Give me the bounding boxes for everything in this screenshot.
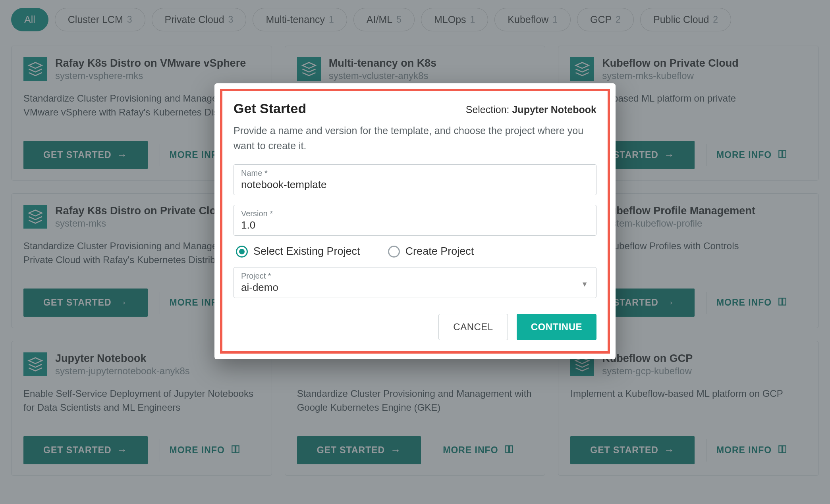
modal-description: Provide a name and version for the templ… [234, 123, 596, 153]
selection-label: Selection: [466, 104, 510, 115]
selection-value: Jupyter Notebook [512, 104, 596, 115]
version-field[interactable]: Version * [234, 205, 596, 236]
field-label: Name * [241, 169, 589, 178]
field-label: Project * [241, 271, 589, 281]
project-select[interactable]: Project * ai-demo ▼ [234, 267, 596, 298]
modal-overlay: Get Started Selection: Jupyter Notebook … [0, 0, 830, 504]
radio-select-existing[interactable]: Select Existing Project [236, 245, 360, 258]
name-input[interactable] [241, 179, 589, 191]
continue-button[interactable]: CONTINUE [517, 314, 596, 340]
radio-create-project[interactable]: Create Project [388, 245, 474, 258]
version-input[interactable] [241, 219, 589, 231]
name-field[interactable]: Name * [234, 164, 596, 195]
project-mode-radio-group: Select Existing Project Create Project [236, 245, 596, 258]
modal-selection: Selection: Jupyter Notebook [466, 104, 596, 115]
radio-dot-icon [388, 246, 400, 258]
project-value: ai-demo [241, 281, 589, 294]
get-started-modal: Get Started Selection: Jupyter Notebook … [214, 83, 616, 359]
radio-label: Create Project [405, 245, 474, 258]
radio-label: Select Existing Project [253, 245, 360, 258]
field-label: Version * [241, 209, 589, 218]
cancel-button[interactable]: CANCEL [438, 314, 508, 340]
modal-title: Get Started [234, 101, 306, 116]
radio-dot-icon [236, 246, 248, 258]
